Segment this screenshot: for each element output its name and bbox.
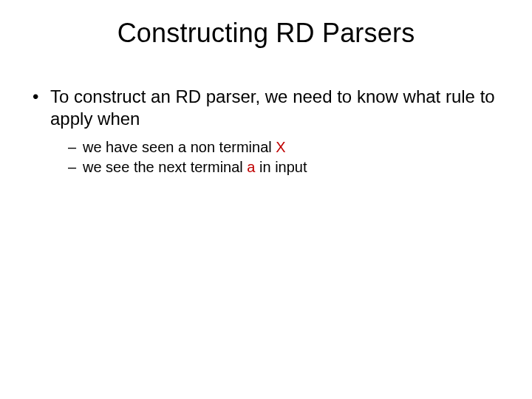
sub-bullet-1: we have seen a non terminal X xyxy=(68,137,502,157)
slide: Constructing RD Parsers To construct an … xyxy=(0,0,532,399)
bullet-list-level1: To construct an RD parser, we need to kn… xyxy=(30,86,502,177)
bullet-list-level2: we have seen a non terminal X we see the… xyxy=(50,137,502,177)
bullet-main: To construct an RD parser, we need to kn… xyxy=(30,86,502,177)
sub1-pre: we have seen a non terminal xyxy=(83,139,276,155)
terminal-a: a xyxy=(247,159,255,175)
slide-title: Constructing RD Parsers xyxy=(0,18,532,49)
slide-body: To construct an RD parser, we need to kn… xyxy=(30,86,502,177)
sub2-post: in input xyxy=(255,159,307,175)
nonterminal-x: X xyxy=(276,139,285,155)
sub2-pre: we see the next terminal xyxy=(83,159,247,175)
sub-bullet-2: we see the next terminal a in input xyxy=(68,157,502,177)
bullet-main-text: To construct an RD parser, we need to kn… xyxy=(50,86,495,129)
